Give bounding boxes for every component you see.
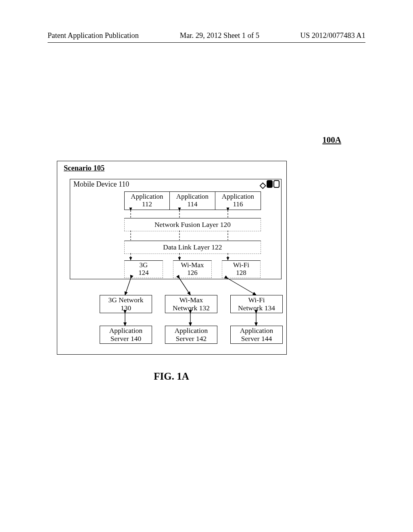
device-title: Mobile Device 110 (73, 180, 129, 189)
server-144-label: Application (240, 327, 273, 335)
header-left: Patent Application Publication (48, 31, 139, 40)
radio-wifi-num: 128 (236, 269, 246, 277)
radio-wimax-num: 126 (187, 269, 198, 277)
server-140-label: Application (109, 327, 143, 335)
app-116-num: 116 (233, 201, 243, 208)
server-row: Application Server 140 Application Serve… (100, 326, 283, 344)
header-right: US 2012/0077483 A1 (300, 31, 365, 40)
radio-wimax-label: Wi-Max (181, 262, 204, 269)
radio-3g-box: 3G 124 (124, 260, 163, 278)
network-wifi-box: Wi-Fi Network 134 (230, 295, 283, 313)
network-wimax-box: Wi-Max Network 132 (165, 295, 217, 313)
network-wimax-sub: Network 132 (173, 304, 210, 312)
application-row: Application 112 Application 114 Applicat… (124, 191, 261, 210)
network-3g-num: 130 (121, 304, 131, 312)
network-wimax-label: Wi-Max (179, 296, 203, 304)
scenario-container: Scenario 105 Mobile Device 110 ◇ Applica… (57, 161, 287, 355)
svg-line-9 (125, 278, 131, 295)
app-112-num: 112 (142, 201, 152, 208)
network-row: 3G Network 130 Wi-Max Network 132 Wi-Fi … (100, 295, 283, 313)
server-140-box: Application Server 140 (100, 326, 152, 344)
server-144-box: Application Server 144 (230, 326, 283, 344)
card-icon (273, 180, 280, 190)
network-3g-box: 3G Network 130 (100, 295, 152, 313)
header-center: Mar. 29, 2012 Sheet 1 of 5 (180, 31, 259, 40)
device-status-icons: ◇ (260, 180, 280, 190)
server-142-box: Application Server 142 (165, 326, 217, 344)
app-114-box: Application 114 (170, 191, 215, 210)
radio-wimax-box: Wi-Max 126 (173, 260, 212, 278)
signal-icon: ◇ (260, 180, 266, 190)
page-header: Patent Application Publication Mar. 29, … (48, 31, 365, 40)
radio-wifi-label: Wi-Fi (233, 262, 249, 269)
server-142-label: Application (175, 327, 208, 335)
radio-3g-num: 124 (138, 269, 149, 277)
mobile-device-container: Mobile Device 110 ◇ Application 112 Appl… (70, 179, 282, 279)
radio-row: 3G 124 Wi-Max 126 Wi-Fi 128 (124, 260, 261, 278)
figure-reference-label: 100A (322, 135, 341, 145)
network-wifi-sub: Network 134 (238, 304, 275, 312)
app-114-label: Application (176, 193, 209, 201)
layer1-label: Network Fusion Layer 120 (154, 220, 231, 229)
app-116-box: Application 116 (215, 191, 261, 210)
network-fusion-layer: Network Fusion Layer 120 (124, 218, 261, 231)
scenario-title: Scenario 105 (64, 164, 104, 172)
network-3g-label: 3G Network (108, 296, 144, 304)
battery-icon (267, 180, 273, 190)
network-wifi-label: Wi-Fi (248, 296, 265, 304)
app-114-num: 114 (188, 201, 198, 208)
svg-line-11 (228, 278, 256, 295)
radio-wifi-box: Wi-Fi 128 (222, 260, 261, 278)
server-140-sub: Server 140 (111, 335, 141, 343)
server-142-sub: Server 142 (176, 335, 206, 343)
figure-caption: FIG. 1A (0, 371, 343, 382)
app-112-box: Application 112 (124, 191, 170, 210)
app-112-label: Application (131, 193, 163, 201)
data-link-layer: Data Link Layer 122 (124, 241, 261, 254)
header-divider (48, 42, 365, 43)
server-144-sub: Server 144 (241, 335, 272, 343)
app-116-label: Application (222, 193, 254, 201)
radio-3g-label: 3G (140, 262, 148, 269)
layer2-label: Data Link Layer 122 (163, 243, 222, 251)
svg-line-10 (179, 278, 190, 295)
